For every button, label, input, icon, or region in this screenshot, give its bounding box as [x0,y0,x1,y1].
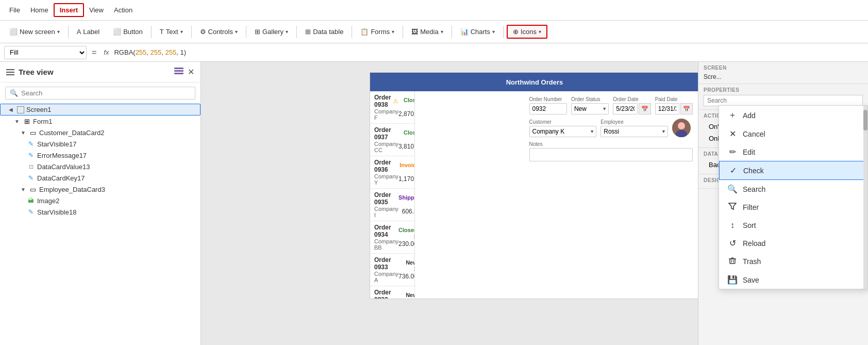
tree-label-val13: DataCardValue13 [37,163,90,171]
order-row-0935[interactable]: Order 0935 Company I Shipped $ 606.50 › [370,189,414,221]
order-date-calendar[interactable]: 📅 [639,103,651,114]
close-icon[interactable]: ✕ [188,67,194,77]
media-button[interactable]: 🖼 Media ▾ [406,26,448,38]
icon-search[interactable]: 🔍 Search [719,180,867,198]
paid-date-field: Paid Date 📅 [655,96,693,114]
text-button[interactable]: T Text ▾ [155,26,188,38]
forms-button[interactable]: 📋 Forms ▾ [355,26,399,38]
order-row-0938[interactable]: Order 0938 ⚠ Company F Closed $ 2,870.00… [370,91,414,124]
edit-icon-key17: ✎ [27,174,35,182]
data-table-button[interactable]: ⊞ Data table [300,26,348,38]
data-table-icon: ⊞ [305,28,311,36]
menu-insert[interactable]: Insert [54,3,84,17]
sidebar-item-errormessage17[interactable]: ✎ ErrorMessage17 [0,150,201,161]
order-row-0936[interactable]: Order 0936 Company Y Invoiced $ 1,170.00… [370,156,414,189]
menu-home[interactable]: Home [25,4,54,16]
icons-label: Icons [521,28,537,36]
icon-sort[interactable]: ↕ Sort [719,217,867,234]
order-number-input[interactable] [529,103,567,114]
order-status-select[interactable]: New [571,103,609,114]
trash-label: Trash [743,257,761,266]
icon-cancel[interactable]: ✕ Cancel [719,125,867,143]
gallery-button[interactable]: ⊞ Gallery ▾ [249,26,293,38]
forms-chevron: ▾ [392,29,394,35]
order-status-field: Order Status New [571,96,609,114]
order-row-0932[interactable]: Order 0932 Company K New $ 800.00 › [370,286,414,299]
fill-select[interactable]: Fill [4,46,87,59]
order-amount-0938: $ 2,870.00 [398,103,414,118]
screen-icon [17,106,24,113]
separator-5 [296,26,297,38]
label-button[interactable]: A Label [72,26,105,38]
paid-date-input[interactable] [655,103,679,114]
menu-view[interactable]: View [84,4,109,16]
controls-button[interactable]: ⚙ Controls ▾ [195,26,243,38]
tree-label-form1: Form1 [33,118,53,125]
sidebar-item-datacardkey17[interactable]: ✎ DataCardKey17 [0,172,201,184]
employee-field: Employee Rossi [600,119,668,137]
sidebar-item-form1[interactable]: ▼ ⊞ Form1 [0,116,201,127]
separator-9 [503,26,504,38]
formula-text: RGBA(255, 255, 255, 1) [114,48,186,56]
separator-3 [191,26,192,38]
icon-edit[interactable]: ✏ Edit [719,143,867,161]
icon-check[interactable]: ✓ Check [719,161,867,180]
charts-icon: 📊 [460,28,469,36]
order-num-0938: Order 0938 [374,94,392,108]
sidebar-search-input[interactable] [21,89,191,97]
search-box: 🔍 [5,87,195,100]
icons-button[interactable]: ⊕ Icons ▾ [507,25,547,39]
app-frame: Northwind Orders Order 0938 ⚠ Company F [370,72,699,299]
order-number-field: Order Number [529,96,567,114]
icon-filter[interactable]: Filter [719,198,867,217]
button-button[interactable]: ⬜ Button [108,26,148,38]
media-chevron: ▾ [441,29,443,35]
detail-row2: Customer Company K Employee [529,119,693,137]
check-icon: ✓ [728,166,738,175]
dropdown-scrollbar-thumb [863,110,867,130]
charts-button[interactable]: 📊 Charts ▾ [455,26,500,38]
formula-equals: = [90,48,98,57]
sidebar-item-employee-datacard3[interactable]: ▼ ▭ Employee_DataCard3 [0,184,201,195]
employee-select[interactable]: Rossi [600,126,668,137]
sidebar-item-starvisible18[interactable]: ✎ StarVisible18 [0,206,201,218]
order-status-0933: New [398,259,414,266]
order-status-label: Order Status [571,96,609,102]
sidebar-item-image2[interactable]: 🏔 Image2 [0,195,201,206]
sidebar-item-datacardvalue13[interactable]: ⊡ DataCardValue13 [0,161,201,172]
icon-add[interactable]: ＋ Add [719,106,867,125]
separator-6 [352,26,352,38]
warning-icon-0938: ⚠ [393,97,398,105]
icon-trash[interactable]: Trash [719,252,867,271]
order-row-0934[interactable]: Order 0934 Company BB Closed $ 230.00 › [370,221,414,254]
tree-label-employee: Employee_DataCard3 [39,186,105,193]
order-row-0937[interactable]: Order 0937 Company CC Closed $ 3,810.00 … [370,124,414,156]
order-num-0937: Order 0937 [374,126,398,141]
app-header: Northwind Orders [370,73,699,91]
edit-icon-star18: ✎ [27,208,35,216]
sidebar-item-starvisible17[interactable]: ✎ StarVisible17 [0,138,201,150]
trash-icon [727,256,738,267]
new-screen-button[interactable]: ⬜ New screen ▾ [4,26,65,38]
edit-icon-err17: ✎ [27,151,35,159]
order-row-0933[interactable]: Order 0933 Company A New $ 736.00 › [370,254,414,286]
layers-icon[interactable] [174,68,183,77]
hamburger-icon[interactable] [6,69,14,75]
sidebar-item-customer-datacard2[interactable]: ▼ ▭ Customer_DataCard2 [0,127,201,138]
icon-save[interactable]: 💾 Save [719,271,867,289]
sidebar-item-screen1[interactable]: ◀ Screen1 [0,104,201,116]
menu-action[interactable]: Action [109,4,138,16]
icon-reload[interactable]: ↺ Reload [719,234,867,252]
order-list: Order 0938 ⚠ Company F Closed $ 2,870.00… [370,91,415,299]
order-status-0934: Closed [398,227,414,233]
paid-date-calendar[interactable]: 📅 [680,103,693,114]
customer-select[interactable]: Company K [529,126,597,137]
notes-input[interactable] [529,148,693,161]
menu-file[interactable]: File [4,4,25,16]
order-date-input[interactable] [613,103,637,114]
properties-search-input[interactable] [704,95,863,106]
dropdown-scrollbar[interactable] [863,106,867,289]
menu-bar: File Home Insert View Action [0,0,868,21]
label-icon: A [77,28,81,36]
svg-rect-4 [730,259,735,264]
